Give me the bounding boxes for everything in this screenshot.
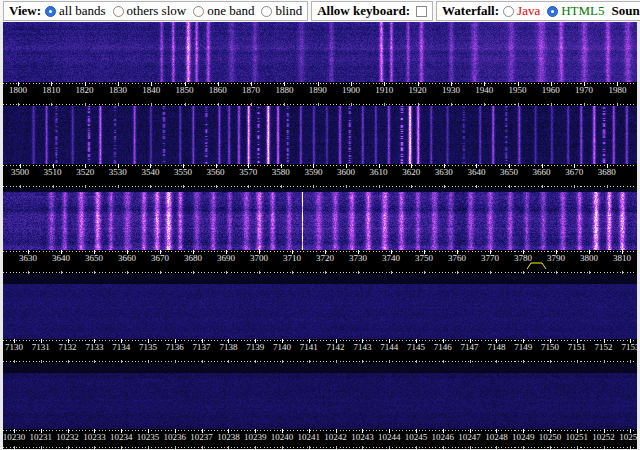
freq-label: 3610 [370,167,388,177]
freq-label: 10238 [217,432,240,442]
radio-all-bands-icon[interactable] [45,6,56,17]
freq-label: 3520 [76,167,94,177]
major-tick-bottom [202,446,203,449]
scale-ticks-bottom [3,104,637,105]
waterfall-stack: 1800181018201830184018501860187018801890… [3,22,637,449]
freq-label: 3730 [349,253,367,263]
freq-label: 10235 [137,432,160,442]
freq-label: 3620 [402,167,420,177]
allow-keyboard-checkbox[interactable] [416,6,427,17]
passband-marker[interactable] [526,262,548,270]
freq-label: 3590 [304,167,322,177]
freq-label: 1840 [142,85,160,95]
freq-label: 10234 [110,432,133,442]
freq-label: 1870 [242,85,260,95]
waterfall-canvas-80m-ssb[interactable] [3,188,637,250]
freq-label: 1910 [375,85,393,95]
waterfall-canvas-40m[interactable] [3,274,637,339]
major-tick-bottom [94,446,95,449]
frequency-scale-30m[interactable]: 1023010231102321023310234102351023610237… [3,429,637,449]
freq-label: 7152 [595,342,613,352]
freq-label: 1800 [9,85,27,95]
radio-one-band-icon[interactable] [193,6,204,17]
major-tick-bottom [389,446,390,449]
freq-label: 3750 [415,253,433,263]
freq-label: 10231 [30,432,53,442]
freq-label: 3670 [151,253,169,263]
band-160m: 1800181018201830184018501860187018801890… [3,22,637,106]
major-tick-bottom [496,446,497,449]
freq-label: 7151 [568,342,586,352]
view-option-label: blind [275,3,302,19]
freq-label: 1960 [542,85,560,95]
freq-label: 10244 [378,432,401,442]
freq-label: 10251 [566,432,589,442]
radio-waterfall-html5-icon[interactable] [547,6,558,17]
radio-blind-icon[interactable] [261,6,272,17]
freq-label: 3740 [382,253,400,263]
view-option-one-band[interactable]: one band [193,3,254,19]
view-label: View: [9,3,41,19]
freq-label: 3680 [184,253,202,263]
freq-label: 7141 [300,342,318,352]
major-tick-bottom [604,446,605,449]
freq-label: 7147 [461,342,479,352]
freq-label: 3790 [547,253,565,263]
major-tick-bottom [282,446,283,449]
freq-label: 3570 [239,167,257,177]
freq-label: 3700 [250,253,268,263]
freq-label: 10249 [512,432,535,442]
band-80m-ssb: 3630364036503660367036803690370037103720… [3,188,637,274]
view-option-others-slow[interactable]: others slow [113,3,187,19]
freq-label: 7131 [32,342,50,352]
freq-label: 10232 [56,432,79,442]
major-tick-bottom [68,446,69,449]
scale-ticks-top [3,83,637,84]
freq-label: 1970 [575,85,593,95]
keyboard-group: Allow keyboard: [311,1,433,21]
freq-label: 1950 [509,85,527,95]
view-option-label: others slow [127,3,187,19]
freq-label: 1830 [109,85,127,95]
freq-label: 3670 [565,167,583,177]
frequency-scale-80m-cw[interactable]: 3500351035203530354035503560357035803590… [3,164,637,188]
frequency-scale-40m[interactable]: 7130713171327133713471357136713771387139… [3,339,637,363]
freq-label: 7142 [327,342,345,352]
major-tick-bottom [550,446,551,449]
major-tick-bottom [148,446,149,449]
freq-label: 7134 [112,342,130,352]
frequency-scale-160m[interactable]: 1800181018201830184018501860187018801890… [3,82,637,106]
freq-label: 10242 [324,432,347,442]
major-tick-bottom [41,446,42,449]
freq-label: 3650 [85,253,103,263]
scale-ticks-top [3,430,637,431]
freq-label: 7139 [246,342,264,352]
major-tick-bottom [14,446,15,449]
freq-label: 3500 [11,167,29,177]
freq-label: 1860 [209,85,227,95]
radio-others-slow-icon[interactable] [113,6,124,17]
freq-label: 3650 [500,167,518,177]
radio-waterfall-java-icon[interactable] [503,6,514,17]
freq-label: 10247 [458,432,481,442]
freq-label: 1900 [342,85,360,95]
freq-label: 10236 [164,432,187,442]
frequency-scale-80m-ssb[interactable]: 3630364036503660367036803690370037103720… [3,250,637,274]
view-group: View: all bands others slow one band bli… [3,1,308,21]
waterfall-canvas-30m[interactable] [3,363,637,429]
freq-label: 7145 [407,342,425,352]
view-option-blind[interactable]: blind [261,3,302,19]
freq-label: 10250 [539,432,562,442]
major-tick-bottom [443,446,444,449]
freq-label: 3680 [598,167,616,177]
waterfall-canvas-80m-cw[interactable] [3,106,637,164]
major-tick-bottom [255,446,256,449]
view-option-all-bands[interactable]: all bands [45,3,106,19]
waterfall-option-html5[interactable]: HTML5 [547,3,604,19]
freq-label: 7130 [5,342,23,352]
scale-ticks-top [3,251,637,252]
waterfall-option-java[interactable]: Java [503,3,540,19]
freq-label: 3540 [141,167,159,177]
waterfall-canvas-160m[interactable] [3,22,637,82]
freq-label: 10253 [619,432,637,442]
